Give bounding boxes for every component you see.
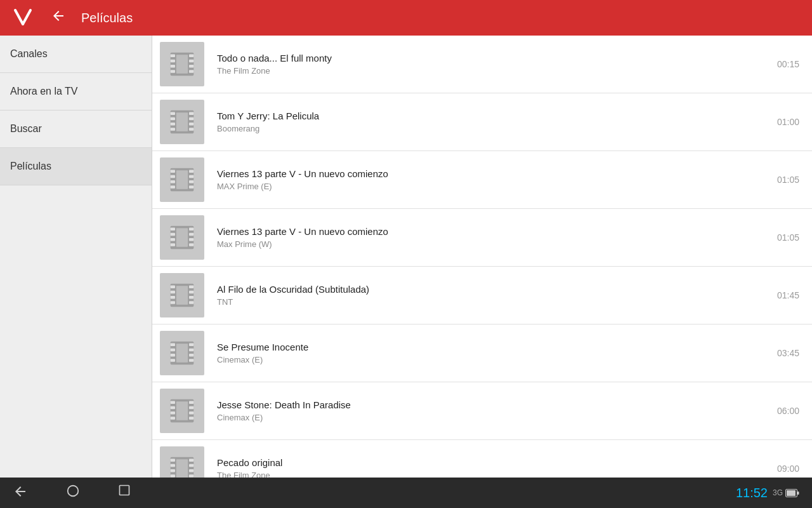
recent-nav-button[interactable] xyxy=(118,484,131,502)
svg-rect-7 xyxy=(189,54,193,57)
svg-rect-57 xyxy=(189,343,193,346)
clock-display: 11:52 xyxy=(736,486,768,500)
svg-rect-65 xyxy=(171,411,175,415)
svg-rect-5 xyxy=(171,65,175,68)
svg-rect-39 xyxy=(189,238,193,241)
movie-thumbnail xyxy=(160,215,204,260)
film-icon xyxy=(168,281,196,309)
movie-title: Se Presume Inocente xyxy=(217,342,772,352)
svg-rect-60 xyxy=(189,359,193,362)
svg-rect-68 xyxy=(189,406,193,410)
movie-item[interactable]: Jesse Stone: Death In Paradise Cinemax (… xyxy=(152,382,812,440)
svg-rect-51 xyxy=(176,286,188,304)
movie-title: Viernes 13 parte V - Un nuevo comienzo xyxy=(217,226,772,237)
svg-rect-14 xyxy=(171,117,175,121)
app-bar-title: Películas xyxy=(81,11,133,25)
svg-rect-48 xyxy=(189,291,193,294)
svg-rect-78 xyxy=(189,464,193,467)
movie-time: 01:05 xyxy=(777,232,812,243)
movie-item[interactable]: Todo o nada... El full monty The Film Zo… xyxy=(152,36,812,93)
sidebar-item-peliculas[interactable]: Películas xyxy=(0,148,152,185)
svg-rect-13 xyxy=(171,112,175,115)
signal-text: 3G xyxy=(773,488,783,497)
sidebar: Canales Ahora en la TV Buscar Películas xyxy=(0,36,152,478)
movie-thumbnail xyxy=(160,389,204,433)
svg-rect-44 xyxy=(171,291,175,294)
movie-info: Todo o nada... El full monty The Film Zo… xyxy=(212,46,777,82)
movie-list: Todo o nada... El full monty The Film Zo… xyxy=(152,36,812,478)
bottom-bar: 11:52 3G xyxy=(0,478,812,508)
movie-item[interactable]: Al Filo de la Oscuridad (Subtitulada) TN… xyxy=(152,267,812,324)
svg-rect-40 xyxy=(189,243,193,246)
movie-title: Todo o nada... El full monty xyxy=(217,53,772,64)
svg-rect-21 xyxy=(176,112,188,131)
back-button[interactable] xyxy=(46,6,71,30)
svg-rect-58 xyxy=(189,349,193,352)
svg-rect-19 xyxy=(189,123,193,126)
svg-rect-64 xyxy=(171,406,175,410)
movie-item[interactable]: Viernes 13 parte V - Un nuevo comienzo M… xyxy=(152,151,812,209)
home-nav-button[interactable] xyxy=(66,484,80,502)
app-bar: Películas xyxy=(0,0,812,36)
svg-rect-15 xyxy=(171,123,175,126)
sidebar-item-buscar[interactable]: Buscar xyxy=(0,110,152,148)
movie-item[interactable]: Se Presume Inocente Cinemax (E) 03:45 xyxy=(152,324,812,382)
svg-rect-3 xyxy=(171,54,175,57)
sidebar-item-ahora-tv[interactable]: Ahora en la TV xyxy=(0,73,152,110)
movie-time: 01:00 xyxy=(777,117,812,127)
movie-channel: The Film Zone xyxy=(217,66,772,76)
film-icon xyxy=(168,397,196,425)
svg-line-1 xyxy=(23,10,30,24)
movie-item[interactable]: Viernes 13 parte V - Un nuevo comienzo M… xyxy=(152,209,812,267)
film-icon xyxy=(168,166,196,194)
svg-rect-29 xyxy=(189,180,193,184)
svg-rect-70 xyxy=(189,417,193,420)
svg-rect-47 xyxy=(189,285,193,288)
movie-info: Viernes 13 parte V - Un nuevo comienzo M… xyxy=(212,220,777,255)
svg-rect-6 xyxy=(171,70,175,73)
movie-time: 00:15 xyxy=(777,59,812,69)
back-nav-button[interactable] xyxy=(13,484,28,502)
svg-rect-38 xyxy=(189,233,193,236)
movie-time: 06:00 xyxy=(777,406,812,416)
svg-rect-16 xyxy=(171,128,175,131)
movie-channel: Boomerang xyxy=(217,124,772,133)
svg-rect-27 xyxy=(189,170,193,173)
movie-title: Al Filo de la Oscuridad (Subtitulada) xyxy=(217,284,772,295)
svg-rect-55 xyxy=(171,354,175,357)
svg-rect-67 xyxy=(189,401,193,404)
movie-title: Jesse Stone: Death In Paradise xyxy=(217,399,772,410)
movie-item[interactable]: Pecado original The Film Zone 09:00 xyxy=(152,440,812,478)
film-icon xyxy=(168,108,196,136)
svg-rect-73 xyxy=(171,458,175,462)
svg-rect-85 xyxy=(787,490,796,496)
sidebar-item-canales[interactable]: Canales xyxy=(0,36,152,73)
svg-rect-34 xyxy=(171,233,175,236)
svg-rect-59 xyxy=(189,354,193,357)
movie-title: Pecado original xyxy=(217,457,772,468)
movie-thumbnail xyxy=(160,42,204,86)
svg-rect-35 xyxy=(171,238,175,241)
svg-rect-79 xyxy=(189,469,193,472)
movie-channel: The Film Zone xyxy=(217,471,772,478)
movie-info: Se Presume Inocente Cinemax (E) xyxy=(212,335,777,371)
svg-rect-69 xyxy=(189,411,193,415)
svg-rect-25 xyxy=(171,180,175,184)
main-content: Canales Ahora en la TV Buscar Películas xyxy=(0,36,812,478)
svg-rect-23 xyxy=(171,170,175,173)
movie-info: Al Filo de la Oscuridad (Subtitulada) TN… xyxy=(212,277,777,313)
svg-line-0 xyxy=(15,10,23,24)
svg-rect-74 xyxy=(171,464,175,467)
svg-rect-20 xyxy=(189,128,193,131)
svg-rect-54 xyxy=(171,349,175,352)
svg-rect-77 xyxy=(189,458,193,462)
movie-channel: Cinemax (E) xyxy=(217,413,772,422)
movie-title: Tom Y Jerry: La Pelicula xyxy=(217,110,772,121)
movie-item[interactable]: Tom Y Jerry: La Pelicula Boomerang 01:00 xyxy=(152,93,812,151)
svg-point-82 xyxy=(68,485,79,496)
movie-thumbnail xyxy=(160,100,204,144)
movie-channel: Cinemax (E) xyxy=(217,355,772,364)
svg-rect-71 xyxy=(176,401,188,420)
svg-rect-75 xyxy=(171,469,175,472)
film-icon xyxy=(168,224,196,251)
